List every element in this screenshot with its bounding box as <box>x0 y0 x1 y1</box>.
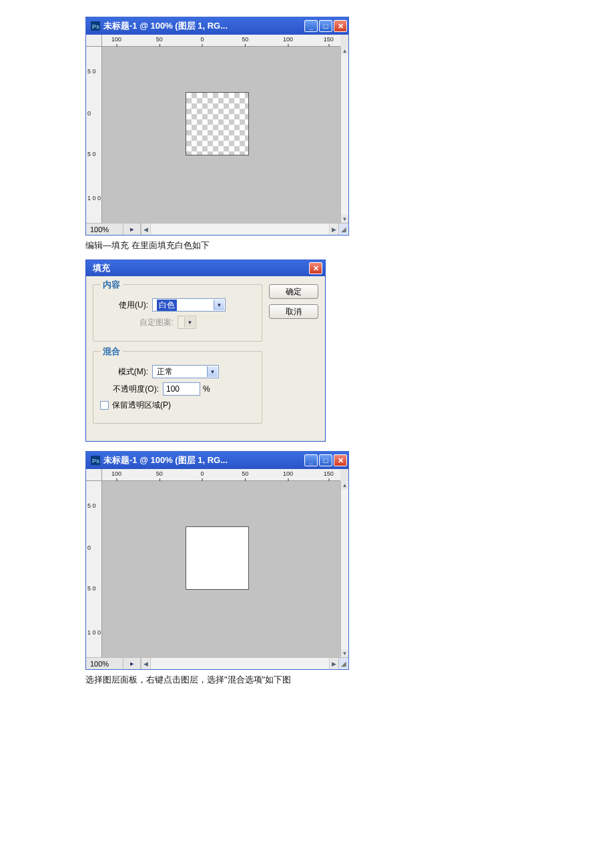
zoom-level[interactable]: 100% <box>86 224 123 235</box>
v-tick: 5 0 <box>87 151 96 157</box>
h-tick: 0 <box>200 470 204 477</box>
resize-grip-icon[interactable]: ◢ <box>339 224 348 235</box>
scroll-down-icon[interactable]: ▼ <box>341 215 348 223</box>
mode-select[interactable]: 正常 ▼ <box>152 365 219 378</box>
vertical-ruler: 5 0 0 5 0 1 0 0 <box>86 47 102 223</box>
use-value: 白色 <box>157 300 177 311</box>
v-tick: 5 0 <box>87 586 96 592</box>
canvas-area[interactable] <box>102 47 340 223</box>
ps-document-window: Ps 未标题-1 @ 100% (图层 1, RG... _ □ ✕ 100 5… <box>85 451 349 670</box>
chevron-down-icon[interactable]: ▼ <box>214 300 224 310</box>
h-tick: 50 <box>242 470 248 477</box>
caption-text: 编辑—填充 在里面填充白色如下 <box>85 240 529 252</box>
preserve-transparency-label: 保留透明区域(P) <box>112 400 171 411</box>
scroll-up-icon[interactable]: ▲ <box>341 47 348 55</box>
minimize-button[interactable]: _ <box>304 454 318 466</box>
h-tick: 100 <box>283 36 293 43</box>
maximize-button[interactable]: □ <box>319 454 332 466</box>
scroll-left-icon[interactable]: ◀ <box>141 658 151 669</box>
v-tick: 5 0 <box>87 68 96 74</box>
document-body: 100 50 0 50 100 150 5 0 0 5 0 1 0 0 ▲ ▼ <box>86 35 348 223</box>
transparent-checker <box>186 93 248 155</box>
use-label: 使用(U): <box>100 300 148 311</box>
horizontal-ruler: 100 50 0 50 100 150 <box>102 35 340 47</box>
zoom-level[interactable]: 100% <box>86 658 123 669</box>
mode-value: 正常 <box>157 366 173 378</box>
ruler-corner <box>86 469 102 481</box>
canvas[interactable] <box>186 92 249 155</box>
horizontal-scrollbar[interactable]: ◀ ▶ <box>141 658 339 669</box>
v-tick: 0 <box>87 111 91 117</box>
scroll-track[interactable] <box>341 55 348 215</box>
scroll-left-icon[interactable]: ◀ <box>141 224 151 235</box>
svg-text:Ps: Ps <box>92 458 99 464</box>
maximize-button[interactable]: □ <box>319 20 332 32</box>
h-tick: 50 <box>242 36 248 43</box>
content-legend: 内容 <box>100 279 123 291</box>
scroll-down-icon[interactable]: ▼ <box>341 649 348 657</box>
mode-label: 模式(M): <box>100 366 148 378</box>
blend-legend: 混合 <box>100 346 123 358</box>
minimize-button[interactable]: _ <box>304 20 318 32</box>
window-title: 未标题-1 @ 100% (图层 1, RG... <box>103 20 303 32</box>
h-tick: 0 <box>200 36 204 43</box>
ruler-corner <box>86 35 102 47</box>
dialog-close-button[interactable]: ✕ <box>309 262 322 274</box>
titlebar[interactable]: Ps 未标题-1 @ 100% (图层 1, RG... _ □ ✕ <box>86 17 348 35</box>
horizontal-ruler: 100 50 0 50 100 150 <box>102 469 340 481</box>
canvas-area[interactable] <box>102 481 340 657</box>
titlebar[interactable]: Ps 未标题-1 @ 100% (图层 1, RG... _ □ ✕ <box>86 452 348 469</box>
info-icon[interactable]: ▸ <box>123 658 141 669</box>
preserve-transparency-checkbox[interactable] <box>100 401 109 410</box>
status-bar: 100% ▸ ◀ ▶ ◢ <box>86 657 348 669</box>
scroll-right-icon[interactable]: ▶ <box>329 224 338 235</box>
scroll-right-icon[interactable]: ▶ <box>329 658 338 669</box>
vertical-scrollbar[interactable]: ▲ ▼ <box>340 481 348 657</box>
h-tick: 100 <box>283 470 293 477</box>
blend-fieldset: 混合 模式(M): 正常 ▼ 不透明度(O): 100 % 保留透明区域(P) <box>93 351 262 424</box>
chevron-down-icon: ▼ <box>184 317 195 328</box>
scroll-track[interactable] <box>341 489 348 649</box>
content-fieldset: 内容 使用(U): 白色 ▼ 自定图案: ▼ <box>93 284 262 342</box>
vertical-ruler: 5 0 0 5 0 1 0 0 <box>86 481 102 657</box>
custom-pattern-label: 自定图案: <box>100 317 174 328</box>
document-body: 100 50 0 50 100 150 5 0 0 5 0 1 0 0 ▲ ▼ <box>86 469 348 657</box>
ps-document-window: Ps 未标题-1 @ 100% (图层 1, RG... _ □ ✕ 100 5… <box>85 17 349 236</box>
scroll-up-icon[interactable]: ▲ <box>341 481 348 489</box>
h-tick: 100 <box>111 36 121 43</box>
h-tick: 50 <box>156 36 163 43</box>
opacity-unit: % <box>203 384 210 394</box>
horizontal-scrollbar[interactable]: ◀ ▶ <box>141 224 339 235</box>
info-icon[interactable]: ▸ <box>123 224 141 235</box>
resize-grip-icon[interactable]: ◢ <box>339 658 348 669</box>
h-tick: 50 <box>156 470 163 477</box>
opacity-label: 不透明度(O): <box>100 384 159 395</box>
ok-button[interactable]: 确定 <box>269 284 318 299</box>
cancel-button[interactable]: 取消 <box>269 304 318 319</box>
dialog-titlebar[interactable]: 填充 ✕ <box>86 260 325 276</box>
dialog-title: 填充 <box>93 262 110 274</box>
h-tick: 150 <box>324 36 334 43</box>
fill-dialog: 填充 ✕ 内容 使用(U): 白色 ▼ 自定图案: ▼ <box>85 260 326 442</box>
ps-app-icon: Ps <box>90 21 101 31</box>
v-tick: 5 0 <box>87 502 96 508</box>
status-bar: 100% ▸ ◀ ▶ ◢ <box>86 223 348 235</box>
white-fill <box>186 527 248 589</box>
window-title: 未标题-1 @ 100% (图层 1, RG... <box>103 454 303 466</box>
v-tick: 0 <box>87 545 91 551</box>
ps-app-icon: Ps <box>90 455 101 466</box>
v-tick: 1 0 0 <box>87 195 101 201</box>
caption-text: 选择图层面板，右键点击图层，选择"混合选项"如下图 <box>85 674 529 686</box>
chevron-down-icon[interactable]: ▼ <box>207 366 218 377</box>
canvas[interactable] <box>186 526 249 590</box>
vertical-scrollbar[interactable]: ▲ ▼ <box>340 47 348 223</box>
svg-text:Ps: Ps <box>92 23 99 30</box>
close-button[interactable]: ✕ <box>334 454 347 466</box>
custom-pattern-select: ▼ <box>178 316 196 329</box>
opacity-input[interactable]: 100 <box>163 382 200 396</box>
v-tick: 1 0 0 <box>87 630 101 636</box>
use-select[interactable]: 白色 ▼ <box>152 298 226 312</box>
close-button[interactable]: ✕ <box>334 20 347 32</box>
h-tick: 100 <box>111 470 121 477</box>
h-tick: 150 <box>324 470 334 477</box>
